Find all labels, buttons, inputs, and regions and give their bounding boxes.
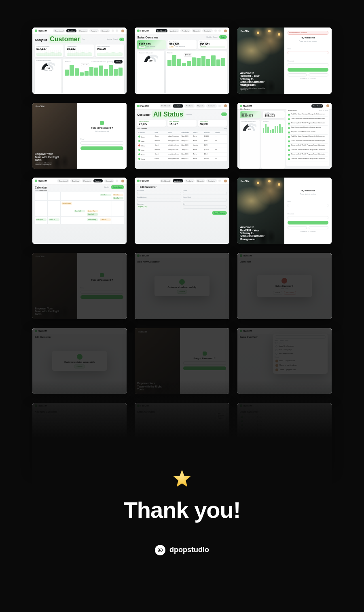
filter-pill[interactable]: See [83,38,85,40]
avatar[interactable] [121,180,124,182]
avatar[interactable] [224,104,227,107]
thumb-add-new-customer[interactable]: FluxCRM Add New Customer [32,403,127,469]
period-pill[interactable]: Monthly [207,36,212,38]
thumb-forgot-password[interactable]: FluxCRM Empower Your Team with the Right… [32,103,127,169]
password-input[interactable] [288,216,328,219]
email-input[interactable] [288,51,328,54]
nav-products[interactable]: Products [78,29,88,32]
list-item[interactable]: Recurring Task: Weekly Progress Report S… [288,152,328,157]
palette-filter[interactable]: Name [275,340,279,341]
palette-option[interactable]: Go to Landing Page [275,348,326,352]
calendar-event[interactable]: Client Call [100,194,111,196]
list-item[interactable]: New Comment on Marketing Strategy Meetin… [288,126,328,130]
thumb-delete-customer-modal[interactable]: FluxCRM Customer Delete Customer ? Adam … [237,253,332,319]
password-input[interactable] [288,63,328,66]
avatar[interactable] [224,180,227,182]
search-icon[interactable] [116,180,118,182]
menu-item[interactable]: Delete [218,418,224,419]
context-menu[interactable]: Edit Duplicate Share Delete [216,412,226,421]
command-palette[interactable]: Name Email Role Quick actions Create fil… [273,334,328,374]
table-row[interactable]: FionaOwnerfiona@mail.com9 May 2023Active… [137,157,226,161]
sort-menu[interactable]: Sort [224,128,227,129]
list-item[interactable]: Reported To For Admin Panel Update [288,130,328,135]
filter-pill[interactable]: Customer [186,114,192,115]
nav-contacts[interactable]: Contacts [100,29,110,32]
list-item[interactable]: Task Due Today: Review of Design for E-C… [288,157,328,161]
palette-filter[interactable]: Email [280,340,284,341]
mark-all-read[interactable]: Mark all read [319,110,328,112]
city-input[interactable] [183,205,227,209]
nav-reports[interactable]: Reports [89,29,99,32]
email-input[interactable] [137,199,181,202]
table-row[interactable]: ChrisGuestchris@mail.com6 May 2023Inacti… [137,144,226,148]
bell-icon[interactable] [116,30,118,32]
continue-button[interactable]: Continue [177,290,187,294]
login-button[interactable]: Login [288,221,328,224]
calendar-event[interactable]: Client Call [100,218,111,221]
list-item[interactable]: Task Completed: Create Wireframes for Ne… [288,117,328,121]
export-btn[interactable]: Export [213,36,217,38]
thumb-notifications[interactable]: FluxCRM Dashboard Sales Overview Revenue… [237,103,332,169]
continue-button[interactable]: Continue [74,364,85,368]
reset-button[interactable] [80,295,123,299]
thumb-customer-list[interactable]: FluxCRM Dashboard Analytics Products Rep… [135,103,229,169]
apple-signin[interactable]: Sign in with Apple [309,73,328,76]
list-item[interactable]: Activity [240,415,329,419]
full-name-input[interactable] [137,192,181,195]
search-icon[interactable] [214,30,217,32]
thumb-edit-customer[interactable]: FluxCRM Dashboard Analytics Products Rep… [135,178,229,244]
thumb-login-clean[interactable]: FluxCRM Welcome to FluxCRM – Your Gatewa… [237,178,332,244]
list-item[interactable]: Activity [240,424,329,428]
stat-pill[interactable]: Quarterly [107,61,113,63]
period-pill[interactable]: Monthly [107,38,112,40]
table-row[interactable]: BellaMemberbella@mail.com4 May 2023Activ… [137,139,226,144]
confirm-delete-button[interactable]: Yes, Delete [284,291,296,295]
thumb-sales-context-menu[interactable]: FluxCRM Sales Overview Edit Duplicate Sh… [135,403,229,469]
calendar-event[interactable]: Plan Sprint [36,218,47,221]
search-icon[interactable] [112,30,114,32]
nav-dashboard[interactable]: Dashboard [156,29,167,32]
list-item[interactable]: Recurring Task: Weekly Progress Report S… [288,121,328,126]
list-item[interactable]: Task Due Today: Review of Design for E-C… [288,135,328,139]
table-row[interactable]: AdamOwneradam@mail.com2 May 2023Active$1… [137,135,226,139]
filter-pill[interactable]: All Status [152,110,184,119]
filter-pill[interactable]: Customer [49,35,81,43]
profile-input[interactable] [183,192,227,195]
thumb-login-alert[interactable]: FluxCRM Welcome to FluxCRM – Your Gatewa… [237,28,332,94]
search-icon[interactable] [218,180,221,182]
bell-icon[interactable] [218,30,221,32]
avatar[interactable] [224,30,227,32]
thumb-customer-updated-modal[interactable]: FluxCRM Edit Customer Customer updated s… [32,328,127,394]
add-customer-button[interactable]: ＋ [221,112,227,116]
palette-filter[interactable]: Role [285,340,288,341]
google-signin[interactable]: Sign in with Google [288,226,307,229]
calendar-event[interactable]: Design Review [61,202,72,205]
palette-option[interactable]: Create file – Customer [275,345,326,348]
list-item[interactable]: Recurring Task: Weekly Progress Report S… [288,144,328,148]
calendar-event[interactable]: Client Call [87,213,98,216]
thumb-customer-added-modal[interactable]: FluxCRM Add New Customer Customer added … [135,253,229,319]
avatar[interactable] [326,104,329,107]
save-button[interactable]: ● [119,38,124,41]
google-signin[interactable]: Sign in with Google [288,73,307,76]
palette-option[interactable]: Alena — ali@mail.com [275,359,326,363]
apple-signin[interactable]: Sign in with Apple [309,226,328,229]
save-button[interactable]: Save Changes [212,211,226,215]
nav-analytics[interactable]: Analytics [66,29,77,32]
palette-option[interactable]: Marcus — mar@mail.com [275,363,326,368]
login-button[interactable]: Login [288,68,328,72]
thumb-analytics[interactable]: FluxCRM Dashboard Analytics Products Rep… [32,28,127,94]
list-item[interactable]: Activity [240,419,329,424]
table-row[interactable]: DinaMemberdina@mail.com7 May 2023Active$… [137,148,226,152]
email-input[interactable] [288,204,328,207]
palette-search-input[interactable] [275,335,326,339]
email-input[interactable] [183,361,226,365]
thumb-search-palette[interactable]: FluxCRM Sales Overview Name Email Role Q… [237,328,332,394]
save-button[interactable]: Save [219,35,227,39]
reset-button[interactable]: Reset Password [80,146,123,150]
reset-button[interactable] [183,366,226,370]
thumb-forgot-password-dim[interactable]: FluxCRM Empower Your Team with the Right… [32,253,127,319]
list-item[interactable]: Task Completed: Create Wireframes for Ne… [288,139,328,144]
thumb-calendar[interactable]: FluxCRM Dashboard Analytics Products Rep… [32,178,127,244]
palette-option[interactable]: Jordan — jor@mail.com [275,368,326,372]
